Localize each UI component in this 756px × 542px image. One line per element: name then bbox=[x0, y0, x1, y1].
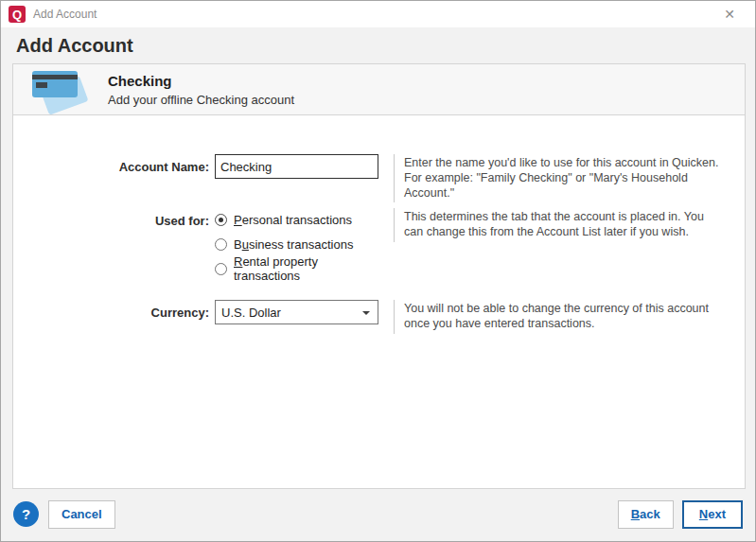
used-for-label: Used for: bbox=[13, 208, 209, 228]
account-name-label: Account Name: bbox=[13, 154, 209, 174]
radio-option-personal[interactable]: Personal transactions bbox=[215, 211, 378, 228]
used-for-row: Used for: Personal transactions Business… bbox=[13, 208, 719, 285]
radio-option-label: Rental property transactions bbox=[234, 254, 378, 283]
titlebar[interactable]: Q Add Account ✕ bbox=[1, 1, 755, 27]
currency-selected-value: U.S. Dollar bbox=[221, 306, 281, 320]
quicken-logo-icon: Q bbox=[9, 6, 26, 23]
radio-option-label: Personal transactions bbox=[234, 213, 352, 227]
help-button[interactable]: ? bbox=[13, 501, 39, 527]
account-name-input[interactable] bbox=[215, 154, 378, 179]
used-for-radio-group: Personal transactions Business transacti… bbox=[215, 208, 378, 285]
titlebar-title: Add Account bbox=[33, 8, 97, 21]
next-button[interactable]: Next bbox=[682, 500, 743, 529]
chevron-down-icon bbox=[362, 311, 370, 315]
add-account-dialog: Q Add Account ✕ Add Account Checking Add… bbox=[0, 0, 756, 542]
radio-option-label: Business transactions bbox=[234, 237, 353, 252]
account-type-title: Checking bbox=[108, 73, 294, 89]
account-type-subtitle: Add your offline Checking account bbox=[108, 93, 294, 107]
account-type-header: Checking Add your offline Checking accou… bbox=[13, 64, 745, 115]
currency-dropdown[interactable]: U.S. Dollar bbox=[215, 300, 378, 324]
back-button[interactable]: Back bbox=[618, 500, 674, 529]
radio-option-rental[interactable]: Rental property transactions bbox=[215, 260, 378, 277]
radio-option-business[interactable]: Business transactions bbox=[215, 236, 378, 253]
currency-label: Currency: bbox=[13, 300, 209, 320]
form-area: Account Name: Enter the name you'd like … bbox=[13, 116, 745, 488]
account-name-row: Account Name: Enter the name you'd like … bbox=[13, 154, 719, 202]
radio-selected-icon bbox=[215, 214, 227, 226]
close-icon[interactable]: ✕ bbox=[713, 1, 746, 27]
used-for-help-text: This determines the tab that the account… bbox=[394, 208, 719, 242]
page-title: Add Account bbox=[16, 35, 133, 57]
main-content: Checking Add your offline Checking accou… bbox=[12, 63, 746, 489]
credit-card-icon bbox=[32, 67, 93, 113]
currency-row: Currency: U.S. Dollar You will not be ab… bbox=[13, 300, 719, 334]
radio-unselected-icon bbox=[215, 238, 227, 251]
cancel-button[interactable]: Cancel bbox=[48, 500, 115, 529]
currency-help-text: You will not be able to change the curre… bbox=[394, 300, 719, 334]
footer: ? Cancel Back Next bbox=[1, 487, 755, 541]
page-header: Add Account bbox=[1, 27, 755, 63]
account-name-help-text: Enter the name you'd like to use for thi… bbox=[394, 154, 719, 202]
radio-unselected-icon bbox=[215, 263, 227, 275]
